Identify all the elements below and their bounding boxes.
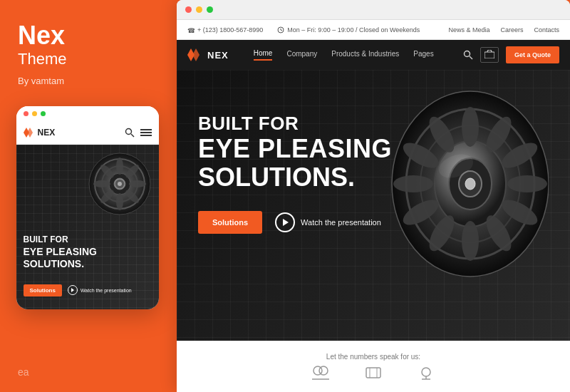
svg-text:☎: ☎ [187,27,195,33]
desktop-cart-icon[interactable] [480,47,499,63]
svg-point-28 [464,51,470,57]
desktop-info-bar: ☎ + (123) 1800-567-8990 Mon – Fri: 9:00 … [177,20,570,40]
mobile-top-bar [16,106,159,122]
svg-point-37 [465,178,475,190]
mobile-watch-label: Watch the presentation [81,288,132,293]
mobile-dot-green [41,111,46,116]
left-panel: Nex Theme By vamtam NEX [0,0,175,392]
mobile-mockup: NEX [16,106,159,309]
svg-point-38 [462,107,479,147]
mobile-solutions-button[interactable]: Solutions [24,284,62,296]
hero-play-icon [275,212,295,232]
stat-item-2 [365,365,382,381]
mobile-logo-text: NEX [38,128,56,138]
mobile-hero-eye: EYE PLEASING [24,246,97,258]
info-links: News & Media Careers Contacts [448,26,559,33]
stat-item-1 [312,365,329,381]
mobile-dot-red [24,111,28,116]
hero-eye-text: EYE PLEASING [198,135,392,163]
mobile-nav-icons [125,128,152,138]
desktop-nav: NEX Home Company Products & Industries P… [177,40,570,70]
stat-item-3 [418,365,435,381]
desktop-logo: NEX [187,48,229,61]
hero-built-text: BUILT FOR [198,113,392,135]
mobile-nex-logo: NEX [24,128,56,138]
mobile-hero-text: BUILT FOR EYE PLEASING SOLUTIONS. [24,234,97,269]
mobile-hero-buttons: Solutions Watch the presentation [24,284,132,296]
browser-dot-green [207,6,213,13]
info-link-contacts[interactable]: Contacts [534,26,559,33]
hero-solutions-text: SOLUTIONS. [198,163,392,192]
nav-item-products[interactable]: Products & Industries [331,50,399,60]
desktop-turbine [378,84,549,284]
phone-icon: ☎ [187,26,195,33]
clock-icon [277,26,284,33]
brand-title: Nex [18,21,157,50]
svg-marker-1 [27,128,33,138]
mobile-hero-solutions: SOLUTIONS. [24,258,97,270]
svg-point-21 [118,182,122,186]
desktop-search-icon[interactable] [463,50,473,60]
desktop-logo-text: NEX [207,50,229,61]
browser-chrome [177,0,570,20]
desktop-quote-button[interactable]: Get a Quote [506,46,559,63]
mobile-watch-button[interactable]: Watch the presentation [68,285,132,295]
svg-marker-27 [192,48,200,61]
svg-point-12 [116,158,123,175]
svg-point-52 [319,366,328,375]
mobile-search-icon[interactable] [125,128,135,138]
mobile-hero-built: BUILT FOR [24,234,97,246]
desktop-hero: BUILT FOR EYE PLEASING SOLUTIONS. Soluti… [177,70,570,341]
info-hours: Mon – Fri: 9:00 – 19:00 / Closed on Week… [277,26,420,33]
svg-line-3 [131,134,134,137]
svg-line-29 [470,56,472,59]
nav-right: Get a Quote [463,46,559,63]
mobile-play-triangle [71,288,74,292]
mobile-nav: NEX [16,122,159,145]
nav-item-company[interactable]: Company [286,50,317,60]
hero-play-triangle [283,219,289,226]
hero-watch-button[interactable]: Watch the presentation [275,212,381,232]
hero-solutions-button[interactable]: Solutions [198,211,262,234]
svg-point-14 [129,180,146,187]
desktop-logo-icon [187,48,203,61]
mobile-dot-yellow [32,111,37,116]
svg-point-41 [507,175,547,192]
svg-point-47 [393,175,433,192]
bottom-stats [312,365,435,381]
mobile-hero: BUILT FOR EYE PLEASING SOLUTIONS. Soluti… [16,145,159,309]
svg-point-16 [116,193,123,210]
svg-line-25 [281,30,282,31]
brand-by: By vamtam [18,76,157,86]
stat-icon-3 [418,365,435,381]
svg-rect-30 [484,52,494,58]
info-link-news[interactable]: News & Media [448,26,489,33]
mobile-turbine [88,152,152,216]
nav-item-pages[interactable]: Pages [413,50,433,60]
desktop-hero-content: BUILT FOR EYE PLEASING SOLUTIONS. Soluti… [198,113,392,234]
desktop-bottom: Let the numbers speak for us: [177,341,570,392]
info-link-careers[interactable]: Careers [500,26,523,33]
hours-text: Mon – Fri: 9:00 – 19:00 / Closed on Week… [287,26,420,33]
svg-point-2 [125,129,131,135]
stat-icon-2 [365,365,382,381]
mobile-play-icon [68,285,78,295]
nav-item-home[interactable]: Home [254,49,273,61]
phone-number: + (123) 1800-567-8990 [197,26,263,33]
svg-point-57 [422,368,430,376]
brand-subtitle: Theme [18,50,157,68]
mobile-logo-icon [24,128,35,138]
svg-point-18 [93,180,110,187]
info-phone: ☎ + (123) 1800-567-8990 [187,26,263,33]
bottom-text: ea [18,366,29,378]
mobile-menu-icon[interactable] [140,128,152,137]
svg-point-44 [462,221,479,261]
browser-dot-red [185,6,192,13]
svg-rect-54 [366,368,380,378]
desktop-bottom-label: Let the numbers speak for us: [326,353,420,361]
hero-buttons: Solutions Watch the presentation [198,211,392,234]
nav-items: Home Company Products & Industries Pages [254,49,434,61]
right-panel: ☎ + (123) 1800-567-8990 Mon – Fri: 9:00 … [177,0,570,392]
browser-dot-yellow [196,6,202,13]
hero-watch-label: Watch the presentation [301,218,381,227]
